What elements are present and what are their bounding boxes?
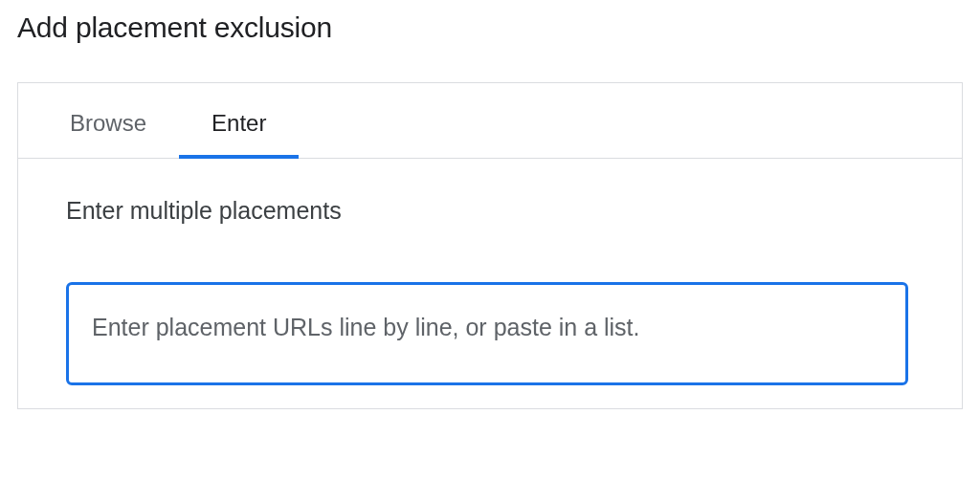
- tab-browse[interactable]: Browse: [66, 83, 150, 158]
- tab-content-enter: Enter multiple placements: [18, 159, 962, 408]
- tabs-row: Browse Enter: [18, 83, 962, 159]
- page-title: Add placement exclusion: [17, 11, 963, 44]
- tab-enter[interactable]: Enter: [208, 83, 270, 158]
- placement-urls-textarea[interactable]: [69, 285, 905, 379]
- enter-section-label: Enter multiple placements: [66, 197, 914, 225]
- exclusion-panel: Browse Enter Enter multiple placements: [17, 82, 963, 409]
- placement-textarea-wrapper: [66, 282, 908, 385]
